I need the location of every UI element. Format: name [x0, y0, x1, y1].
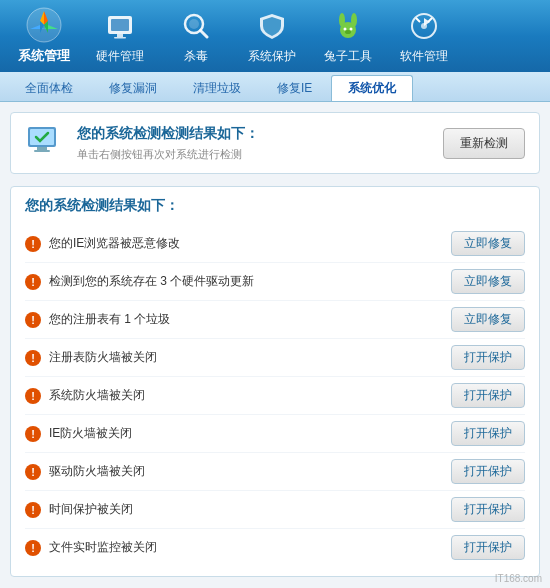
svg-point-7 — [189, 19, 199, 29]
result-text: 系统防火墙被关闭 — [49, 387, 145, 404]
results-title: 您的系统检测结果如下： — [25, 197, 525, 215]
rescan-button[interactable]: 重新检测 — [443, 128, 525, 159]
svg-rect-21 — [34, 150, 50, 152]
warning-icon: ! — [25, 236, 41, 252]
result-row: !注册表防火墙被关闭打开保护 — [25, 339, 525, 377]
nav-software[interactable]: 软件管理 — [388, 2, 460, 71]
result-text: 驱动防火墙被关闭 — [49, 463, 145, 480]
nav-hardware-label: 硬件管理 — [96, 48, 144, 65]
action-button-1[interactable]: 立即修复 — [451, 269, 525, 294]
result-row-left: !驱动防火墙被关闭 — [25, 463, 451, 480]
svg-point-13 — [345, 30, 351, 34]
monitor-icon — [25, 123, 65, 163]
warning-icon: ! — [25, 388, 41, 404]
svg-point-10 — [351, 13, 357, 27]
result-row-left: !IE防火墙被关闭 — [25, 425, 451, 442]
svg-line-6 — [201, 30, 208, 37]
svg-point-12 — [350, 27, 353, 30]
result-row: !检测到您的系统存在 3 个硬件驱动更新立即修复 — [25, 263, 525, 301]
svg-point-9 — [339, 13, 345, 27]
action-button-3[interactable]: 打开保护 — [451, 345, 525, 370]
nav-rabbit-label: 兔子工具 — [324, 48, 372, 65]
main-content: 您的系统检测检测结果如下： 单击右侧按钮再次对系统进行检测 重新检测 您的系统检… — [0, 102, 550, 588]
result-text: IE防火墙被关闭 — [49, 425, 132, 442]
app-logo[interactable]: 系统管理 — [8, 7, 80, 65]
protect-icon — [254, 8, 290, 44]
result-text: 您的注册表有 1 个垃圾 — [49, 311, 170, 328]
top-nav: 系统管理 硬件管理 杀毒 — [0, 0, 550, 72]
result-text: 时间保护被关闭 — [49, 501, 133, 518]
action-button-5[interactable]: 打开保护 — [451, 421, 525, 446]
nav-software-label: 软件管理 — [400, 48, 448, 65]
nav-hardware[interactable]: 硬件管理 — [84, 2, 156, 71]
svg-point-15 — [421, 23, 427, 29]
result-row-left: !文件实时监控被关闭 — [25, 539, 451, 556]
results-list: !您的IE浏览器被恶意修改立即修复!检测到您的系统存在 3 个硬件驱动更新立即修… — [25, 225, 525, 566]
result-row: !时间保护被关闭打开保护 — [25, 491, 525, 529]
svg-rect-20 — [37, 147, 47, 150]
banner-title: 您的系统检测检测结果如下： — [77, 125, 259, 143]
warning-icon: ! — [25, 502, 41, 518]
warning-icon: ! — [25, 540, 41, 556]
nav-rabbit[interactable]: 兔子工具 — [312, 2, 384, 71]
logo-icon — [26, 7, 62, 43]
nav-protect-label: 系统保护 — [248, 48, 296, 65]
svg-rect-4 — [114, 37, 126, 39]
action-button-4[interactable]: 打开保护 — [451, 383, 525, 408]
svg-line-16 — [416, 18, 420, 22]
nav-kill-label: 杀毒 — [184, 48, 208, 65]
kill-icon — [178, 8, 214, 44]
results-section: 您的系统检测结果如下： !您的IE浏览器被恶意修改立即修复!检测到您的系统存在 … — [10, 186, 540, 577]
action-button-8[interactable]: 打开保护 — [451, 535, 525, 560]
svg-rect-2 — [111, 19, 129, 31]
result-row: !驱动防火墙被关闭打开保护 — [25, 453, 525, 491]
hardware-icon — [102, 8, 138, 44]
svg-point-11 — [344, 27, 347, 30]
result-text: 注册表防火墙被关闭 — [49, 349, 157, 366]
banner-subtitle: 单击右侧按钮再次对系统进行检测 — [77, 147, 259, 162]
result-row: !文件实时监控被关闭打开保护 — [25, 529, 525, 566]
result-row-left: !注册表防火墙被关闭 — [25, 349, 451, 366]
svg-rect-19 — [30, 129, 54, 145]
app-title-label: 系统管理 — [18, 47, 70, 65]
nav-kill[interactable]: 杀毒 — [160, 2, 232, 71]
warning-icon: ! — [25, 274, 41, 290]
info-banner: 您的系统检测检测结果如下： 单击右侧按钮再次对系统进行检测 重新检测 — [10, 112, 540, 174]
result-row: !系统防火墙被关闭打开保护 — [25, 377, 525, 415]
action-button-7[interactable]: 打开保护 — [451, 497, 525, 522]
action-button-0[interactable]: 立即修复 — [451, 231, 525, 256]
tab-full[interactable]: 全面体检 — [8, 75, 90, 101]
result-text: 您的IE浏览器被恶意修改 — [49, 235, 180, 252]
result-row-left: !时间保护被关闭 — [25, 501, 451, 518]
result-row-left: !系统防火墙被关闭 — [25, 387, 451, 404]
banner-text: 您的系统检测检测结果如下： 单击右侧按钮再次对系统进行检测 — [77, 125, 259, 162]
nav-protect[interactable]: 系统保护 — [236, 2, 308, 71]
warning-icon: ! — [25, 426, 41, 442]
result-row: !您的注册表有 1 个垃圾立即修复 — [25, 301, 525, 339]
software-icon — [406, 8, 442, 44]
action-button-6[interactable]: 打开保护 — [451, 459, 525, 484]
rabbit-icon — [330, 8, 366, 44]
result-row-left: !您的IE浏览器被恶意修改 — [25, 235, 451, 252]
warning-icon: ! — [25, 350, 41, 366]
watermark: IТ168.com — [495, 573, 542, 584]
result-row: !IE防火墙被关闭打开保护 — [25, 415, 525, 453]
tab-optimize[interactable]: 系统优化 — [331, 75, 413, 101]
result-row-left: !您的注册表有 1 个垃圾 — [25, 311, 451, 328]
result-row: !您的IE浏览器被恶意修改立即修复 — [25, 225, 525, 263]
tab-bar: 全面体检 修复漏洞 清理垃圾 修复IE 系统优化 — [0, 72, 550, 102]
tab-clean[interactable]: 清理垃圾 — [176, 75, 258, 101]
action-button-2[interactable]: 立即修复 — [451, 307, 525, 332]
result-text: 文件实时监控被关闭 — [49, 539, 157, 556]
tab-repair[interactable]: 修复漏洞 — [92, 75, 174, 101]
svg-rect-3 — [117, 34, 123, 37]
warning-icon: ! — [25, 312, 41, 328]
result-text: 检测到您的系统存在 3 个硬件驱动更新 — [49, 273, 254, 290]
svg-line-17 — [428, 18, 432, 22]
result-row-left: !检测到您的系统存在 3 个硬件驱动更新 — [25, 273, 451, 290]
banner-left: 您的系统检测检测结果如下： 单击右侧按钮再次对系统进行检测 — [25, 123, 259, 163]
warning-icon: ! — [25, 464, 41, 480]
tab-fixie[interactable]: 修复IE — [260, 75, 329, 101]
